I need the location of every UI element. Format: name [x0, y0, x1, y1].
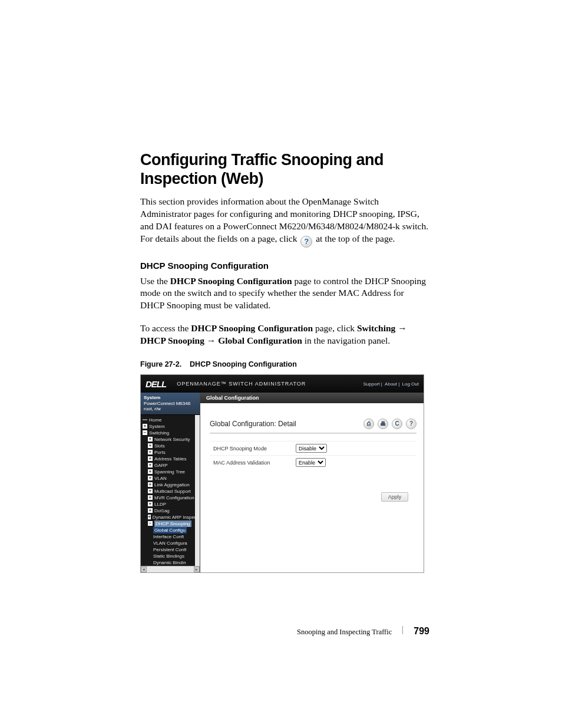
- nav-dhcp-snooping[interactable]: −DHCP Snooping: [148, 521, 195, 527]
- p3e: DHCP Snooping: [140, 335, 204, 345]
- nav-sub-item[interactable]: VLAN Configura: [153, 540, 195, 546]
- fig-title: DHCP Snooping Configuration: [190, 360, 297, 368]
- form-row-snooping-mode: DHCP Snooping Mode Disable: [210, 441, 416, 455]
- nav-label: Persistent Confi: [153, 546, 186, 553]
- nav-item[interactable]: +LLDP: [148, 501, 195, 508]
- nav-item[interactable]: +VLAN: [148, 475, 195, 482]
- nav-item[interactable]: +Multicast Support: [148, 488, 195, 495]
- nav-home[interactable]: Home: [143, 417, 195, 423]
- nav-label: Static Bindings: [153, 553, 184, 559]
- breadcrumb: Global Configuration: [200, 393, 424, 403]
- nav-item[interactable]: +Dynamic ARP Inspec: [148, 514, 195, 521]
- sidebar-header: System PowerConnect M6348 root, r/w: [141, 393, 200, 415]
- page-footer: Snooping and Inspecting Traffic 799: [297, 626, 429, 637]
- p3d: Switching: [357, 323, 395, 333]
- nav-item[interactable]: +Link Aggregation: [148, 482, 195, 488]
- nav-item[interactable]: +Address Tables: [148, 456, 195, 462]
- form-row-mac-validation: MAC Address Validation Enable: [210, 455, 416, 469]
- select-mac-validation[interactable]: Enable: [296, 458, 326, 467]
- nav-system[interactable]: +System: [143, 423, 195, 430]
- label-mac-validation: MAC Address Validation: [213, 460, 296, 466]
- sidebar: System PowerConnect M6348 root, r/w ▴ ▾ …: [141, 393, 200, 572]
- detail-title: Global Configuration: Detail: [210, 420, 296, 428]
- p3b: DHCP Snooping Configuration: [191, 323, 313, 333]
- nav-switching[interactable]: −Switching: [143, 430, 195, 436]
- dell-logo: DELL: [146, 379, 166, 389]
- save-icon[interactable]: ⎙: [363, 419, 374, 429]
- nav-item[interactable]: +Dot1ag: [148, 508, 195, 514]
- p2a: Use the: [140, 276, 170, 286]
- nav-tree: Home +System −Switching +Network Securit…: [141, 415, 195, 566]
- paragraph-nav: To access the DHCP Snooping Configuratio…: [140, 322, 429, 347]
- nav-label: Slots: [154, 443, 165, 449]
- intro-text-2: at the top of the page.: [316, 233, 395, 243]
- link-support[interactable]: Support: [363, 381, 380, 387]
- nav-label: Dynamic ARP Inspec: [153, 514, 197, 521]
- select-snooping-mode[interactable]: Disable: [296, 444, 327, 453]
- help-icon: ?: [300, 236, 312, 248]
- nav-tree-wrap: ▴ ▾ Home +System −Switching +Network Sec…: [141, 415, 200, 566]
- app-header: DELL OPENMANAGE™ SWITCH ADMINISTRATOR Su…: [141, 375, 424, 393]
- content-area: Global Configuration: Detail ⎙ 🖶 C ? DHC…: [200, 403, 424, 572]
- nav-item[interactable]: +Spanning Tree: [148, 469, 195, 475]
- intro-paragraph: This section provides information about …: [140, 196, 429, 248]
- nav-sub-item[interactable]: Interface Confi: [153, 533, 195, 540]
- nav-label: DHCP Snooping: [154, 521, 191, 527]
- p3f: Global Configuration: [218, 335, 302, 345]
- sidebar-system: System: [144, 395, 197, 401]
- figure-caption: Figure 27-2. DHCP Snooping Configuration: [140, 360, 429, 368]
- nav-label: Global Configu: [153, 527, 187, 533]
- nav-label: Dot1ag: [154, 508, 170, 514]
- nav-label: Network Security: [154, 436, 190, 443]
- paragraph-use: Use the DHCP Snooping Configuration page…: [140, 275, 429, 312]
- footer-chapter: Snooping and Inspecting Traffic: [297, 628, 392, 637]
- nav-label: MVR Configuration: [154, 495, 194, 501]
- sidebar-user: root, r/w: [144, 406, 197, 412]
- p3a: To access the: [140, 323, 191, 333]
- nav-sub-item[interactable]: Static Bindings: [153, 553, 195, 559]
- nav-label: Address Tables: [154, 456, 187, 462]
- link-logout[interactable]: Log Out: [402, 381, 419, 387]
- apply-button[interactable]: Apply: [381, 492, 408, 502]
- dhcp-snooping-screenshot: DELL OPENMANAGE™ SWITCH ADMINISTRATOR Su…: [140, 374, 424, 573]
- page-number: 799: [414, 626, 429, 637]
- top-links: Support | About | Log Out: [362, 381, 419, 387]
- main-panel: Global Configuration Global Configuratio…: [200, 393, 424, 572]
- p3g: in the navigation panel.: [302, 335, 390, 345]
- app-suite-name: OPENMANAGE™ SWITCH ADMINISTRATOR: [177, 381, 306, 387]
- divider: [210, 433, 416, 434]
- nav-switching-label: Switching: [149, 430, 169, 436]
- p2b: DHCP Snooping Configuration: [170, 276, 292, 286]
- fig-label: Figure 27-2.: [140, 360, 181, 368]
- nav-sub-item[interactable]: Dynamic Bindin: [153, 559, 195, 566]
- nav-label: Multicast Support: [154, 488, 191, 495]
- print-icon[interactable]: 🖶: [378, 419, 388, 429]
- nav-label: VLAN Configura: [153, 540, 187, 546]
- nav-label: Link Aggregation: [154, 482, 190, 488]
- scroll-down-icon[interactable]: ▾: [195, 554, 200, 560]
- nav-item[interactable]: +MVR Configuration: [148, 495, 195, 501]
- sub-heading: DHCP Snooping Configuration: [140, 261, 429, 271]
- label-snooping-mode: DHCP Snooping Mode: [213, 446, 296, 452]
- refresh-icon[interactable]: C: [392, 419, 402, 429]
- nav-item[interactable]: +Slots: [148, 443, 195, 449]
- section-heading: Configuring Traffic Snooping and Inspect…: [140, 150, 429, 189]
- help-icon[interactable]: ?: [406, 419, 416, 429]
- nav-sub-item[interactable]: Persistent Confi: [153, 546, 195, 553]
- arrow2: →: [204, 335, 218, 345]
- footer-separator: [402, 626, 403, 634]
- nav-system-label: System: [149, 423, 165, 430]
- nav-label: LLDP: [154, 501, 166, 508]
- nav-sub-global-config[interactable]: Global Configu: [153, 527, 195, 533]
- link-about[interactable]: About: [385, 381, 397, 387]
- nav-label: GARP: [154, 462, 168, 469]
- hscroll[interactable]: ◂▸: [141, 566, 200, 572]
- p3c: page, click: [313, 323, 357, 333]
- nav-item[interactable]: +Ports: [148, 449, 195, 456]
- nav-item[interactable]: +Network Security: [148, 436, 195, 443]
- nav-item[interactable]: +GARP: [148, 462, 195, 469]
- nav-label: Spanning Tree: [154, 469, 185, 475]
- nav-label: VLAN: [154, 475, 167, 482]
- scroll-up-icon[interactable]: ▴: [195, 415, 200, 421]
- toolbar-icons: ⎙ 🖶 C ?: [363, 419, 416, 429]
